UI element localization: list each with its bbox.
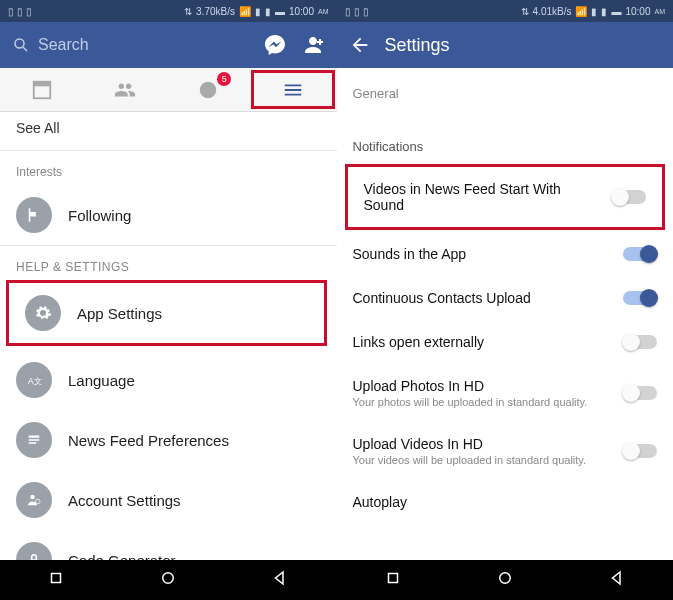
- svg-rect-12: [52, 574, 61, 583]
- row-title: Upload Videos In HD: [353, 436, 614, 452]
- image-mini-icon: ▯: [26, 6, 32, 17]
- image-mini-icon: ▯: [363, 6, 369, 17]
- svg-rect-6: [29, 436, 40, 438]
- account-icon: [16, 482, 52, 518]
- section-interests: Interests: [0, 151, 337, 185]
- settings-app-bar: Settings: [337, 22, 674, 68]
- tab-menu[interactable]: [251, 70, 334, 109]
- row-title: Videos in News Feed Start With Sound: [364, 181, 603, 213]
- search-placeholder: Search: [38, 36, 89, 54]
- row-language[interactable]: A文 Language: [0, 350, 337, 410]
- back-icon[interactable]: [349, 34, 371, 56]
- signal1-icon: ▮: [591, 6, 597, 17]
- tab-feed[interactable]: [0, 68, 83, 111]
- notification-badge: 5: [217, 72, 231, 86]
- row-following[interactable]: Following: [0, 185, 337, 245]
- menu-content: See All Interests Following HELP & SETTI…: [0, 112, 337, 560]
- row-videos-sound[interactable]: Videos in News Feed Start With Sound: [345, 164, 666, 230]
- section-help-settings: HELP & SETTINGS: [0, 246, 337, 280]
- toggle-contacts-upload[interactable]: [623, 291, 657, 305]
- svg-point-0: [15, 39, 24, 48]
- row-title: Sounds in the App: [353, 246, 614, 262]
- toggle-photos-hd[interactable]: [623, 386, 657, 400]
- row-videos-hd[interactable]: Upload Videos In HD Your videos will be …: [337, 422, 674, 480]
- status-bar: ▯ ▯ ▯ ⇅ 4.01kB/s 📶 ▮ ▮ ▬ 10:00 AM: [337, 0, 674, 22]
- battery-icon: ▬: [275, 6, 285, 17]
- row-title: Autoplay: [353, 494, 658, 510]
- friend-request-icon[interactable]: [301, 33, 325, 57]
- toggle-videos-hd[interactable]: [623, 444, 657, 458]
- gear-icon: [25, 295, 61, 331]
- lock-icon: [16, 542, 52, 560]
- signal2-icon: ▮: [265, 6, 271, 17]
- row-label: Code Generator: [68, 552, 176, 561]
- category-general: General: [337, 68, 674, 109]
- svg-point-4: [200, 81, 217, 98]
- left-panel: ▯ ▯ ▯ ⇅ 3.70kB/s 📶 ▮ ▮ ▬ 10:00 AM Search…: [0, 0, 337, 560]
- row-links-external[interactable]: Links open externally: [337, 320, 674, 364]
- toggle-links-external[interactable]: [623, 335, 657, 349]
- app-bar: Search: [0, 22, 337, 68]
- android-nav-bar: [0, 560, 673, 600]
- search-input[interactable]: Search: [12, 36, 249, 54]
- nav-home[interactable]: [496, 569, 514, 591]
- feed-pref-icon: [16, 422, 52, 458]
- tab-bar: 5: [0, 68, 337, 112]
- toggle-videos-sound[interactable]: [612, 190, 646, 204]
- time-text: 10:00: [289, 6, 314, 17]
- nav-back[interactable]: [271, 569, 289, 591]
- signal2-icon: ▮: [601, 6, 607, 17]
- row-autoplay[interactable]: Autoplay: [337, 480, 674, 510]
- row-title: Continuous Contacts Upload: [353, 290, 614, 306]
- person-mini-icon: ▯: [17, 6, 23, 17]
- category-notifications: Notifications: [337, 109, 674, 162]
- row-account-settings[interactable]: Account Settings: [0, 470, 337, 530]
- svg-rect-14: [388, 574, 397, 583]
- tab-friends[interactable]: [83, 68, 166, 111]
- row-subtitle: Your videos will be uploaded in standard…: [353, 454, 614, 466]
- toggle-sounds-app[interactable]: [623, 247, 657, 261]
- wifi-icon: 📶: [575, 6, 587, 17]
- svg-point-10: [36, 499, 41, 504]
- ampm-text: AM: [655, 8, 666, 15]
- row-app-settings[interactable]: App Settings: [6, 280, 327, 346]
- settings-content: General Notifications Videos in News Fee…: [337, 68, 674, 560]
- vibrate-icon: ⇅: [521, 6, 529, 17]
- tab-notifications[interactable]: 5: [166, 68, 249, 111]
- svg-text:A文: A文: [28, 377, 42, 386]
- nav-back[interactable]: [608, 569, 626, 591]
- row-sounds-app[interactable]: Sounds in the App: [337, 232, 674, 276]
- row-label: Account Settings: [68, 492, 181, 509]
- row-photos-hd[interactable]: Upload Photos In HD Your photos will be …: [337, 364, 674, 422]
- svg-rect-7: [29, 439, 40, 441]
- vibrate-icon: ⇅: [184, 6, 192, 17]
- row-label: News Feed Preferences: [68, 432, 229, 449]
- row-code-generator[interactable]: Code Generator: [0, 530, 337, 560]
- svg-rect-8: [29, 442, 37, 444]
- svg-line-1: [23, 47, 27, 51]
- row-contacts-upload[interactable]: Continuous Contacts Upload: [337, 276, 674, 320]
- svg-point-13: [163, 573, 174, 584]
- nav-recents[interactable]: [47, 569, 65, 591]
- svg-point-9: [30, 495, 35, 500]
- row-title: Links open externally: [353, 334, 614, 350]
- hamburger-icon: [282, 79, 304, 101]
- row-label: Following: [68, 207, 131, 224]
- row-title: Upload Photos In HD: [353, 378, 614, 394]
- flag-icon: [16, 197, 52, 233]
- svg-rect-3: [33, 81, 50, 86]
- see-all-link[interactable]: See All: [0, 114, 337, 150]
- search-icon: [12, 36, 30, 54]
- messenger-icon[interactable]: [263, 33, 287, 57]
- row-news-feed-pref[interactable]: News Feed Preferences: [0, 410, 337, 470]
- nav-home[interactable]: [159, 569, 177, 591]
- settings-title: Settings: [385, 35, 450, 56]
- nav-recents[interactable]: [384, 569, 402, 591]
- time-text: 10:00: [625, 6, 650, 17]
- signal1-icon: ▮: [255, 6, 261, 17]
- row-subtitle: Your photos will be uploaded in standard…: [353, 396, 614, 408]
- facebook-mini-icon: ▯: [8, 6, 14, 17]
- wifi-icon: 📶: [239, 6, 251, 17]
- status-bar: ▯ ▯ ▯ ⇅ 3.70kB/s 📶 ▮ ▮ ▬ 10:00 AM: [0, 0, 337, 22]
- speed-text: 3.70kB/s: [196, 6, 235, 17]
